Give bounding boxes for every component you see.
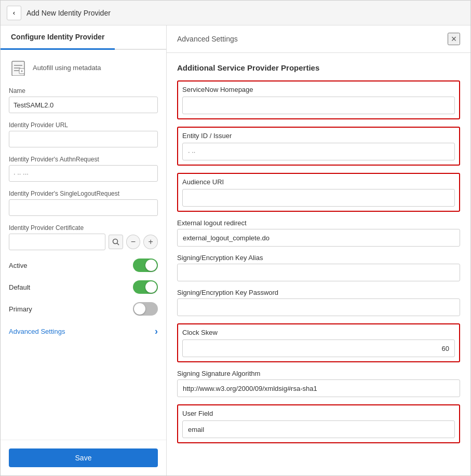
- close-button[interactable]: ×: [448, 33, 460, 45]
- back-button[interactable]: ‹: [7, 6, 21, 20]
- audience-uri-group: Audience URI: [177, 173, 460, 212]
- right-panel-body: Additional Service Provider Properties S…: [167, 53, 470, 475]
- logout-redirect-input[interactable]: [177, 229, 460, 247]
- save-button[interactable]: Save: [9, 448, 158, 467]
- main-content: Configure Identity Provider: [1, 25, 470, 475]
- window-title: Add New Identity Provider: [26, 9, 111, 17]
- default-label: Default: [9, 283, 30, 291]
- name-label: Name: [9, 87, 158, 94]
- key-alias-group: Signing/Encryption Key Alias: [177, 254, 460, 281]
- right-panel: Advanced Settings × Additional Service P…: [167, 25, 470, 475]
- authn-request-label: Identity Provider's AuthnRequest: [9, 156, 158, 163]
- plus-icon: +: [149, 237, 153, 247]
- logout-redirect-label: External logout redirect: [177, 219, 460, 227]
- audience-uri-input[interactable]: [182, 189, 455, 207]
- right-panel-header: Advanced Settings ×: [167, 25, 470, 53]
- logout-request-input[interactable]: [9, 199, 158, 216]
- key-alias-input[interactable]: [177, 264, 460, 281]
- clock-skew-group: Clock Skew: [177, 323, 460, 362]
- signing-algo-input[interactable]: [177, 379, 460, 397]
- minus-icon: −: [131, 237, 136, 247]
- default-toggle[interactable]: [133, 280, 158, 294]
- idp-url-input[interactable]: [9, 131, 158, 147]
- key-password-input[interactable]: [177, 298, 460, 316]
- homepage-label: ServiceNow Homepage: [182, 86, 455, 93]
- tabs: Configure Identity Provider: [1, 25, 166, 50]
- certificate-label: Identity Provider Certificate: [9, 224, 158, 232]
- tab-configure-identity-provider[interactable]: Configure Identity Provider: [1, 25, 115, 50]
- certificate-input[interactable]: [9, 234, 105, 250]
- default-toggle-row: Default: [9, 280, 158, 294]
- entity-id-group: Entity ID / Issuer: [177, 127, 460, 166]
- svg-point-7: [113, 239, 117, 244]
- svg-line-8: [117, 243, 119, 246]
- name-input[interactable]: [9, 97, 158, 113]
- signing-algo-group: Signing Signature Algorithm: [177, 370, 460, 397]
- title-bar: ‹ Add New Identity Provider: [1, 1, 470, 25]
- save-btn-container: Save: [1, 440, 166, 475]
- authn-request-input[interactable]: [9, 165, 158, 182]
- clock-skew-input[interactable]: [182, 339, 455, 357]
- homepage-input[interactable]: [182, 97, 455, 114]
- certificate-group: Identity Provider Certificate −: [9, 224, 158, 250]
- idp-url-group: Identity Provider URL: [9, 121, 158, 147]
- certificate-plus-button[interactable]: +: [143, 235, 158, 249]
- logout-request-label: Identity Provider's SingleLogoutRequest: [9, 190, 158, 197]
- close-icon: ×: [451, 34, 457, 45]
- primary-toggle-row: Primary: [9, 302, 158, 316]
- clock-skew-label: Clock Skew: [182, 329, 455, 336]
- authn-request-group: Identity Provider's AuthnRequest: [9, 156, 158, 182]
- back-icon: ‹: [13, 9, 15, 17]
- active-toggle-knob: [145, 260, 157, 271]
- key-password-group: Signing/Encryption Key Password: [177, 289, 460, 316]
- active-toggle-row: Active: [9, 259, 158, 272]
- autofill-label: Autofill using metadata: [33, 64, 101, 72]
- left-panel-body: Autofill using metadata Name Identity Pr…: [1, 50, 166, 440]
- homepage-group: ServiceNow Homepage: [177, 80, 460, 119]
- user-field-label: User Field: [182, 410, 455, 417]
- primary-toggle[interactable]: [133, 302, 158, 316]
- entity-id-label: Entity ID / Issuer: [182, 132, 455, 140]
- user-field-input[interactable]: [182, 420, 455, 438]
- key-alias-label: Signing/Encryption Key Alias: [177, 254, 460, 262]
- name-group: Name: [9, 87, 158, 113]
- logout-request-group: Identity Provider's SingleLogoutRequest: [9, 190, 158, 216]
- search-icon: [112, 238, 119, 246]
- autofill-icon: [9, 58, 28, 77]
- section-title: Additional Service Provider Properties: [177, 63, 460, 72]
- certificate-minus-button[interactable]: −: [126, 235, 141, 249]
- entity-id-input[interactable]: [182, 143, 455, 160]
- idp-url-label: Identity Provider URL: [9, 121, 158, 129]
- active-label: Active: [9, 262, 27, 269]
- active-toggle[interactable]: [133, 259, 158, 272]
- logout-redirect-group: External logout redirect: [177, 219, 460, 247]
- certificate-row: − +: [9, 234, 158, 250]
- right-panel-title: Advanced Settings: [177, 35, 238, 43]
- user-field-group: User Field: [177, 404, 460, 443]
- window: ‹ Add New Identity Provider Configure Id…: [0, 0, 471, 476]
- chevron-right-icon: ›: [155, 326, 158, 337]
- signing-algo-label: Signing Signature Algorithm: [177, 370, 460, 377]
- primary-label: Primary: [9, 305, 32, 313]
- autofill-row[interactable]: Autofill using metadata: [9, 58, 158, 77]
- advanced-settings-link[interactable]: Advanced Settings ›: [9, 324, 158, 339]
- certificate-search-button[interactable]: [109, 235, 123, 249]
- primary-toggle-knob: [134, 303, 145, 315]
- default-toggle-knob: [145, 281, 157, 293]
- audience-uri-label: Audience URI: [182, 178, 455, 186]
- advanced-settings-label: Advanced Settings: [9, 328, 65, 335]
- key-password-label: Signing/Encryption Key Password: [177, 289, 460, 296]
- left-panel: Configure Identity Provider: [1, 25, 167, 475]
